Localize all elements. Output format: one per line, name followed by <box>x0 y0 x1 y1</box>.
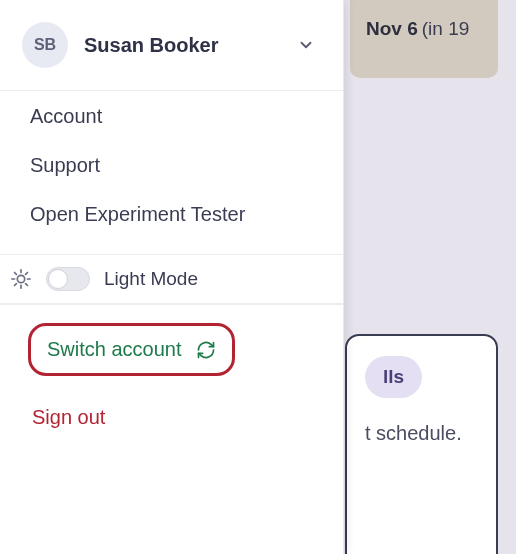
card-text: t schedule. <box>365 422 478 445</box>
theme-row: Light Mode <box>0 254 343 304</box>
svg-line-6 <box>26 284 28 286</box>
theme-toggle[interactable] <box>46 267 90 291</box>
svg-line-8 <box>26 272 28 274</box>
menu-experiment-tester[interactable]: Open Experiment Tester <box>30 203 313 226</box>
avatar: SB <box>22 22 68 68</box>
theme-label: Light Mode <box>104 268 198 290</box>
menu-account[interactable]: Account <box>30 105 313 128</box>
profile-name: Susan Booker <box>84 34 281 57</box>
menu-support[interactable]: Support <box>30 154 313 177</box>
date-relative: (in 19 <box>422 18 470 40</box>
lower-actions: Switch account Sign out <box>0 305 343 447</box>
svg-line-5 <box>14 272 16 274</box>
card-tag: lls <box>365 356 422 398</box>
profile-row[interactable]: SB Susan Booker <box>0 0 343 90</box>
chevron-down-icon <box>297 36 315 54</box>
info-card: lls t schedule. <box>345 334 498 554</box>
svg-point-0 <box>17 275 24 282</box>
switch-account-button[interactable]: Switch account <box>28 323 235 376</box>
upcoming-date-pill: Nov 6 (in 19 <box>350 0 498 78</box>
refresh-icon <box>196 340 216 360</box>
account-menu: SB Susan Booker Account Support Open Exp… <box>0 0 344 554</box>
sign-out-button[interactable]: Sign out <box>28 406 315 429</box>
date-text: Nov 6 <box>366 18 418 40</box>
menu-list: Account Support Open Experiment Tester <box>0 91 343 234</box>
toggle-knob <box>48 269 68 289</box>
sun-icon <box>10 268 32 290</box>
svg-line-7 <box>14 284 16 286</box>
switch-account-label: Switch account <box>47 338 182 361</box>
